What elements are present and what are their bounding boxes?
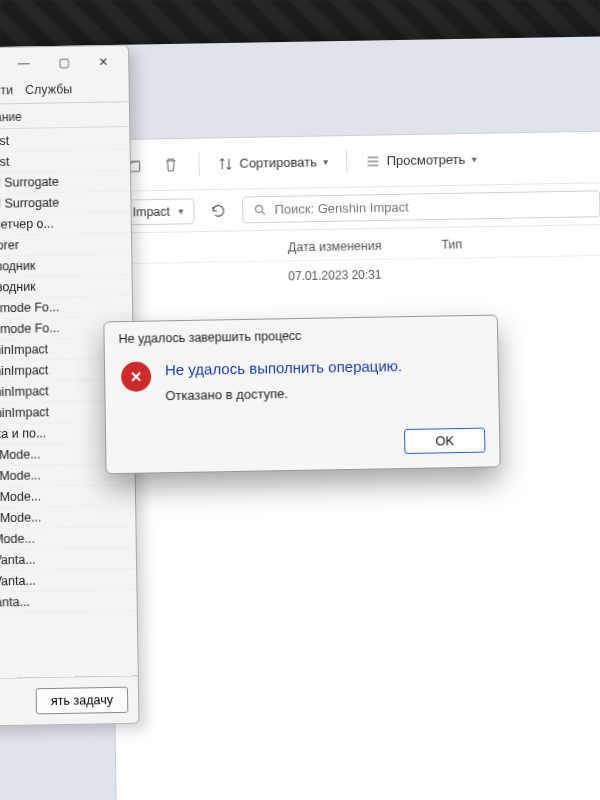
breadcrumb[interactable]: Impact ▾ [121, 198, 194, 225]
sort-label: Сортировать [239, 154, 317, 170]
taskmgr-tabs: обности Службы [0, 77, 129, 105]
error-icon [121, 361, 151, 391]
search-input[interactable]: Поиск: Genshin Impact [242, 190, 600, 223]
view-button[interactable]: Просмотреть ▾ [365, 151, 477, 169]
toolbar-separator [198, 152, 199, 176]
chevron-down-icon: ▾ [471, 154, 476, 165]
chevron-down-icon: ▾ [323, 156, 328, 167]
tab-services[interactable]: Службы [25, 82, 72, 97]
chevron-down-icon: ▾ [178, 206, 183, 217]
dialog-detail: Отказано в доступе. [165, 384, 402, 403]
tab-details[interactable]: обности [0, 83, 13, 98]
close-button[interactable]: ✕ [88, 51, 118, 73]
dialog-actions: OK [106, 417, 500, 473]
sort-button[interactable]: Сортировать ▾ [217, 154, 328, 172]
col-modified[interactable]: Дата изменения [288, 239, 382, 255]
file-row-date: 07.01.2023 20:31 [288, 268, 381, 284]
breadcrumb-text: Impact [132, 204, 170, 219]
dialog-body: Не удалось выполнить операцию. Отказано … [105, 345, 499, 424]
dialog-headline: Не удалось выполнить операцию. [165, 357, 402, 378]
toolbar-separator [346, 149, 347, 173]
dialog-message: Не удалось выполнить операцию. Отказано … [165, 357, 403, 403]
view-label: Просмотреть [387, 152, 466, 168]
delete-icon[interactable] [161, 154, 181, 174]
desktop-surface: Сортировать ▾ Просмотреть ▾ Impact ▾ Пои… [0, 36, 600, 800]
end-task-button[interactable]: ять задачу [36, 687, 129, 715]
titlebar: — ▢ ✕ [0, 46, 129, 81]
maximize-button[interactable]: ▢ [48, 52, 78, 74]
explorer-toolbar: Сортировать ▾ Просмотреть ▾ [107, 131, 600, 191]
list-item[interactable]: o.Vanta... [0, 590, 137, 614]
search-placeholder: Поиск: Genshin Impact [275, 200, 409, 217]
svg-point-1 [255, 205, 262, 212]
column-description[interactable]: Описание [0, 102, 129, 130]
taskmgr-footer: ять задачу [0, 675, 139, 725]
refresh-button[interactable] [204, 196, 232, 224]
minimize-button[interactable]: — [9, 52, 39, 74]
col-type[interactable]: Тип [441, 237, 462, 251]
error-dialog: Не удалось завершить процесс Не удалось … [103, 315, 500, 475]
ok-button[interactable]: OK [404, 428, 485, 454]
